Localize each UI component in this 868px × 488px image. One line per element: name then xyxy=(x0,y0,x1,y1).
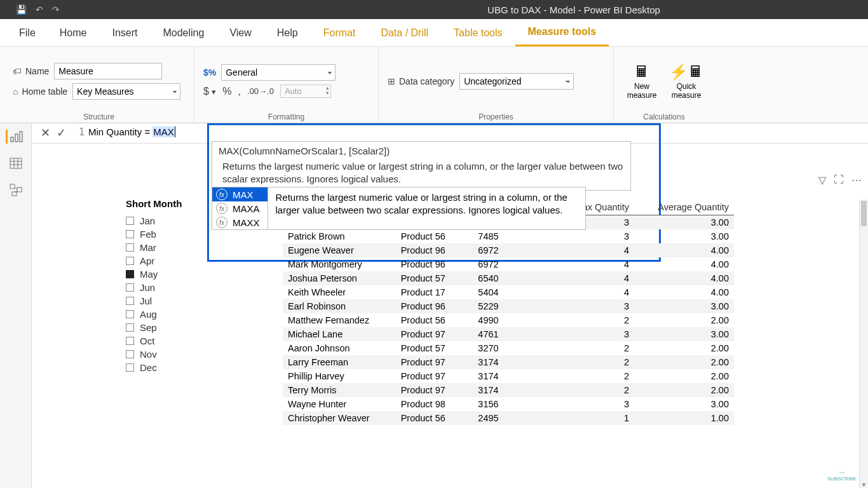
intellisense-item[interactable]: fxMAX xyxy=(212,187,268,201)
ribbon-group-structure: 🏷Name ⌂Home table Key Measures Structure xyxy=(4,47,194,123)
slicer-item[interactable]: Oct xyxy=(126,334,215,348)
table-cell: Product 96 xyxy=(396,299,463,313)
table-row[interactable]: Phillip HarveyProduct 97317422.00 xyxy=(283,369,734,383)
undo-icon[interactable]: ↶ xyxy=(36,4,43,15)
svg-rect-2 xyxy=(20,132,22,142)
currency-icon[interactable]: $ ▾ xyxy=(203,86,216,97)
report-view-icon[interactable] xyxy=(6,130,24,144)
slicer-item[interactable]: Aug xyxy=(126,308,215,321)
measure-name-input[interactable] xyxy=(54,63,162,79)
tag-icon: 🏷 xyxy=(13,66,22,76)
table-cell: 3.00 xyxy=(634,229,734,243)
tab-table-tools[interactable]: Table tools xyxy=(441,19,515,46)
quick-calc-icon: ⚡🖩 xyxy=(669,63,703,82)
formula-input[interactable]: Min Quantity = MAX xyxy=(88,123,175,138)
tab-help[interactable]: Help xyxy=(264,19,311,46)
table-row[interactable]: Eugene WeaverProduct 96697244.00 xyxy=(283,243,734,257)
save-icon[interactable]: 💾 xyxy=(16,4,27,15)
table-row[interactable]: Patrick BrownProduct 56748533.00 xyxy=(283,229,734,243)
focus-mode-icon[interactable]: ⛶ xyxy=(834,174,844,186)
table-cell: Joshua Peterson xyxy=(283,271,396,285)
tab-insert[interactable]: Insert xyxy=(99,19,150,46)
data-view-icon[interactable] xyxy=(7,156,25,170)
svg-rect-0 xyxy=(11,137,13,142)
model-view-icon[interactable] xyxy=(7,183,25,197)
data-table[interactable]: CustomerProductSalesMin QtyMax QuantityA… xyxy=(283,200,734,425)
month-slicer[interactable]: Short Month JanFebMarAprMayJunJulAugSepO… xyxy=(126,198,215,374)
slicer-item[interactable]: Nov xyxy=(126,348,215,361)
table-cell: 3.00 xyxy=(634,397,734,411)
scroll-thumb[interactable] xyxy=(861,201,867,226)
table-row[interactable]: Earl RobinsonProduct 96522933.00 xyxy=(283,299,734,313)
table-row[interactable]: Matthew FernandezProduct 56499022.00 xyxy=(283,313,734,327)
tab-measure-tools[interactable]: Measure tools xyxy=(515,19,609,46)
decimals-input[interactable]: Auto▴▾ xyxy=(280,85,331,98)
table-cell: 2.00 xyxy=(634,341,734,355)
table-cell: Terry Morris xyxy=(283,383,396,397)
comma-icon[interactable]: , xyxy=(238,86,241,97)
intellisense-item[interactable]: fxMAXA xyxy=(212,201,268,215)
name-label: 🏷Name xyxy=(13,66,49,76)
scroll-down-arrow[interactable]: ▼ xyxy=(860,482,868,488)
table-row[interactable]: Keith WheelerProduct 17540444.00 xyxy=(283,285,734,299)
tab-format[interactable]: Format xyxy=(311,19,369,46)
slicer-item[interactable]: Jul xyxy=(126,294,215,308)
table-row[interactable]: Larry FreemanProduct 97317422.00 xyxy=(283,355,734,369)
redo-icon[interactable]: ↷ xyxy=(52,4,60,15)
table-cell: Product 97 xyxy=(396,355,463,369)
tab-modeling[interactable]: Modeling xyxy=(150,19,217,46)
table-cell: 4.00 xyxy=(634,257,734,271)
filter-icon[interactable]: ▽ xyxy=(818,174,826,186)
table-cell: 1.00 xyxy=(634,411,734,425)
slicer-item[interactable]: Apr xyxy=(126,254,215,268)
slicer-item[interactable]: Mar xyxy=(126,241,215,254)
table-row[interactable]: Joshua PetersonProduct 57654044.00 xyxy=(283,271,734,285)
home-table-select[interactable]: Key Measures xyxy=(72,83,180,100)
table-cell: Product 56 xyxy=(396,313,463,327)
new-measure-button[interactable]: 🖩 New measure xyxy=(623,63,661,100)
commit-formula-icon[interactable]: ✓ xyxy=(57,126,66,140)
function-icon: fx xyxy=(216,203,227,214)
slicer-item[interactable]: Jun xyxy=(126,281,215,294)
tab-data-drill[interactable]: Data / Drill xyxy=(368,19,441,46)
table-header[interactable]: Average Quantity xyxy=(634,200,734,215)
table-cell xyxy=(504,369,555,383)
format-select[interactable]: General xyxy=(221,64,336,81)
vertical-scrollbar[interactable]: ▲ ▼ xyxy=(859,200,868,488)
table-cell xyxy=(504,313,555,327)
table-cell: 3.00 xyxy=(634,299,734,313)
cancel-formula-icon[interactable]: ✕ xyxy=(41,126,50,140)
table-cell: 5229 xyxy=(463,299,503,313)
checkbox-icon xyxy=(126,283,134,292)
table-row[interactable]: Christopher WeaverProduct 56249511.00 xyxy=(283,411,734,425)
slicer-item[interactable]: May xyxy=(126,268,215,281)
table-cell xyxy=(504,341,555,355)
tab-view[interactable]: View xyxy=(217,19,264,46)
tab-home[interactable]: Home xyxy=(47,19,100,46)
file-tab[interactable]: File xyxy=(8,19,47,46)
more-options-icon[interactable]: ⋯ xyxy=(851,174,862,186)
table-row[interactable]: Terry MorrisProduct 97317422.00 xyxy=(283,383,734,397)
table-cell: Product 56 xyxy=(396,229,463,243)
slicer-item[interactable]: Feb xyxy=(126,227,215,241)
table-cell: 4 xyxy=(555,271,635,285)
slicer-item[interactable]: Sep xyxy=(126,321,215,334)
table-row[interactable]: Aaron JohnsonProduct 57327022.00 xyxy=(283,341,734,355)
table-cell: 4 xyxy=(555,285,635,299)
view-switcher xyxy=(0,123,32,488)
decimal-icon[interactable]: .00→.0 xyxy=(247,86,274,96)
table-cell: Product 98 xyxy=(396,397,463,411)
table-cell: Product 57 xyxy=(396,341,463,355)
slicer-item[interactable]: Jan xyxy=(126,214,215,227)
data-category-select[interactable]: Uncategorized xyxy=(459,73,574,90)
slicer-item[interactable]: Dec xyxy=(126,361,215,374)
table-cell: 2.00 xyxy=(634,313,734,327)
table-row[interactable]: Michael LaneProduct 97476133.00 xyxy=(283,327,734,341)
intellisense-item[interactable]: fxMAXX xyxy=(212,215,268,229)
percent-icon[interactable]: % xyxy=(222,86,231,97)
table-cell: 4.00 xyxy=(634,243,734,257)
table-row[interactable]: Wayne HunterProduct 98315633.00 xyxy=(283,397,734,411)
quick-measure-button[interactable]: ⚡🖩 Quick measure xyxy=(667,63,705,100)
table-cell xyxy=(504,243,555,257)
table-row[interactable]: Mark MontgomeryProduct 96697244.00 xyxy=(283,257,734,271)
